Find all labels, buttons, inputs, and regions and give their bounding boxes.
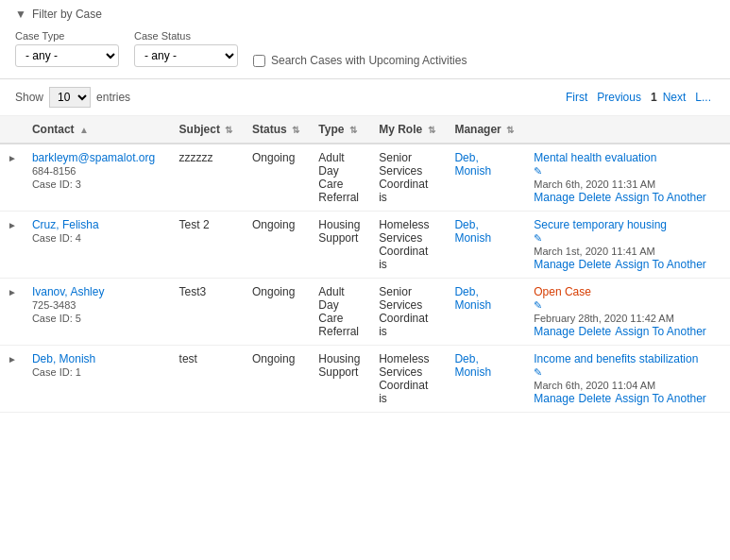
entries-label: entries (96, 91, 130, 104)
action-delete[interactable]: Delete (579, 325, 612, 338)
action-manage[interactable]: Manage (534, 191, 574, 204)
row-expander[interactable]: ► (0, 346, 25, 413)
contact-case-id: Case ID: 4 (32, 232, 81, 244)
action-assign-to-another[interactable]: Assign To Another (615, 258, 706, 271)
action-links: ManageDeleteAssign To Another (534, 325, 710, 338)
case-type-select[interactable]: - any - (15, 44, 119, 67)
type-text: AdultDayCareReferral (318, 285, 359, 338)
contact-link[interactable]: barkleym@spamalot.org (32, 151, 155, 164)
case-date: February 28th, 2020 11:42 AM (534, 313, 674, 324)
action-manage[interactable]: Manage (534, 325, 574, 338)
type-cell: HousingSupport (311, 212, 371, 279)
case-type-label: Case Type (15, 30, 119, 42)
action-assign-to-another[interactable]: Assign To Another (615, 325, 706, 338)
contact-sort-icon: ▲ (79, 125, 89, 135)
action-links: ManageDeleteAssign To Another (534, 392, 710, 405)
case-actions-cell: Income and benefits stabilization✎March … (526, 346, 730, 413)
action-assign-to-another[interactable]: Assign To Another (615, 392, 706, 405)
case-actions-cell: Open Case✎February 28th, 2020 11:42 AMMa… (526, 279, 730, 346)
row-expander[interactable]: ► (0, 144, 25, 212)
case-title-link[interactable]: Secure temporary housing (534, 218, 667, 231)
contact-link[interactable]: Deb, Monish (32, 352, 95, 365)
action-links: ManageDeleteAssign To Another (534, 191, 710, 204)
table-header-row: Contact ▲ Subject ⇅ Status ⇅ Type ⇅ My R… (0, 116, 730, 144)
action-delete[interactable]: Delete (579, 191, 612, 204)
col-status[interactable]: Status ⇅ (245, 116, 311, 144)
type-cell: AdultDayCareReferral (311, 144, 371, 212)
upcoming-activities-field: Search Cases with Upcoming Activities (253, 54, 467, 67)
action-manage[interactable]: Manage (534, 392, 574, 405)
filter-title: Filter by Case (32, 8, 102, 21)
manager-link[interactable]: Deb,Monish (454, 352, 491, 379)
case-title-link[interactable]: Open Case (534, 285, 591, 298)
col-type[interactable]: Type ⇅ (311, 116, 371, 144)
upcoming-activities-checkbox[interactable] (253, 55, 265, 67)
subject-cell: test (172, 346, 245, 413)
manager-cell: Deb,Monish (447, 144, 526, 212)
role-text: SeniorServicesCoordinatis (379, 285, 428, 338)
col-actions (526, 116, 730, 144)
manager-link[interactable]: Deb,Monish (454, 285, 491, 312)
contact-phone: 684-8156 (32, 165, 76, 177)
contact-case-id: Case ID: 1 (32, 366, 81, 378)
pagination-last[interactable]: L... (695, 91, 711, 104)
col-subject[interactable]: Subject ⇅ (172, 116, 245, 144)
col-manager[interactable]: Manager ⇅ (447, 116, 526, 144)
collapse-icon[interactable]: ▼ (15, 8, 26, 21)
case-title-link[interactable]: Income and benefits stabilization (534, 352, 698, 365)
show-label: Show (15, 91, 43, 104)
case-status-select[interactable]: - any - (134, 44, 238, 67)
case-title-link[interactable]: Mental health evaluation (534, 151, 656, 164)
contact-link[interactable]: Cruz, Felisha (32, 218, 99, 231)
manager-link[interactable]: Deb,Monish (454, 151, 491, 178)
action-delete[interactable]: Delete (579, 392, 612, 405)
contact-case-id: Case ID: 5 (32, 313, 81, 324)
row-expander[interactable]: ► (0, 212, 25, 279)
manager-sort-icon: ⇅ (506, 125, 514, 135)
action-manage[interactable]: Manage (534, 258, 574, 271)
role-cell: HomelessServicesCoordinatis (371, 346, 447, 413)
contact-cell: Cruz, FelishaCase ID: 4 (25, 212, 172, 279)
table-controls: Show 10 entries First Previous 1 Next L.… (0, 79, 730, 116)
case-status-field: Case Status - any - (134, 30, 238, 67)
action-delete[interactable]: Delete (579, 258, 612, 271)
subject-sort-icon: ⇅ (225, 125, 232, 135)
contact-cell: Deb, MonishCase ID: 1 (25, 346, 172, 413)
col-my-role[interactable]: My Role ⇅ (371, 116, 447, 144)
role-text: HomelessServicesCoordinatis (379, 218, 429, 271)
case-date: March 6th, 2020 11:04 AM (534, 380, 655, 391)
status-cell: Ongoing (245, 144, 311, 212)
edit-pencil-icon[interactable]: ✎ (534, 165, 542, 177)
status-cell: Ongoing (245, 346, 311, 413)
edit-pencil-icon[interactable]: ✎ (534, 366, 542, 378)
type-cell: AdultDayCareReferral (311, 279, 371, 346)
role-text: HomelessServicesCoordinatis (379, 352, 429, 405)
pagination-prev[interactable]: Previous (597, 91, 641, 104)
case-date: March 6th, 2020 11:31 AM (534, 178, 655, 190)
table-row: ►Deb, MonishCase ID: 1testOngoingHousing… (0, 346, 730, 413)
case-actions-cell: Mental health evaluation✎March 6th, 2020… (526, 144, 730, 212)
role-cell: HomelessServicesCoordinatis (371, 212, 447, 279)
table-row: ►Ivanov, Ashley725-3483Case ID: 5Test3On… (0, 279, 730, 346)
manager-link[interactable]: Deb,Monish (454, 218, 491, 245)
contact-link[interactable]: Ivanov, Ashley (32, 285, 105, 298)
case-date: March 1st, 2020 11:41 AM (534, 246, 654, 257)
contact-cell: barkleym@spamalot.org684-8156Case ID: 3 (25, 144, 172, 212)
contact-cell: Ivanov, Ashley725-3483Case ID: 5 (25, 279, 172, 346)
show-entries: Show 10 entries (15, 87, 130, 108)
edit-pencil-icon[interactable]: ✎ (534, 299, 542, 311)
manager-cell: Deb,Monish (447, 346, 526, 413)
cases-table: Contact ▲ Subject ⇅ Status ⇅ Type ⇅ My R… (0, 116, 730, 413)
pagination-first[interactable]: First (566, 91, 587, 104)
row-expander[interactable]: ► (0, 279, 25, 346)
contact-case-id: Case ID: 3 (32, 178, 81, 190)
entries-select[interactable]: 10 (49, 87, 91, 108)
type-text: HousingSupport (318, 352, 360, 379)
pagination-next[interactable]: Next (663, 91, 687, 104)
role-cell: SeniorServicesCoordinatis (371, 144, 447, 212)
action-assign-to-another[interactable]: Assign To Another (615, 191, 706, 204)
col-contact[interactable]: Contact ▲ (25, 116, 172, 144)
subject-cell: Test3 (172, 279, 245, 346)
role-text: SeniorServicesCoordinatis (379, 151, 428, 204)
edit-pencil-icon[interactable]: ✎ (534, 232, 542, 244)
